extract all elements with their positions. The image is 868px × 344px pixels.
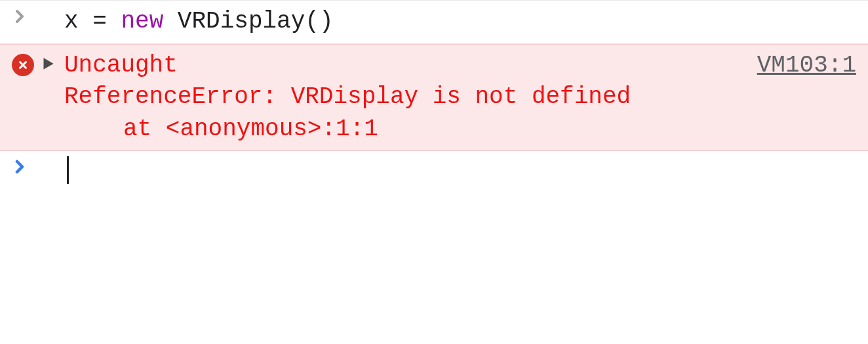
- error-stack: at <anonymous>:1:1: [64, 114, 856, 146]
- error-message: Uncaught ReferenceError: VRDisplay is no…: [64, 50, 757, 114]
- token-keyword-new: new: [121, 8, 163, 35]
- error-text: ReferenceError: VRDisplay is not defined: [64, 83, 631, 110]
- token-variable: x: [64, 8, 79, 35]
- error-icon: [12, 54, 34, 76]
- text-cursor: [67, 156, 69, 184]
- token-open-paren: (: [305, 8, 319, 35]
- command-content[interactable]: x = new VRDisplay(): [64, 6, 856, 38]
- svg-marker-2: [44, 58, 54, 69]
- expand-error-toggle[interactable]: [35, 50, 64, 72]
- error-icon-gutter: [12, 50, 35, 76]
- console-input[interactable]: [64, 156, 856, 184]
- error-content: Uncaught ReferenceError: VRDisplay is no…: [64, 50, 856, 146]
- console-command-row: x = new VRDisplay(): [0, 0, 868, 44]
- error-header: Uncaught ReferenceError: VRDisplay is no…: [64, 50, 856, 114]
- active-prompt-chevron-icon: [12, 156, 35, 175]
- stack-frame: at <anonymous>:1:1: [123, 116, 378, 142]
- code-line: x = new VRDisplay(): [64, 8, 334, 35]
- console-error-row: Uncaught ReferenceError: VRDisplay is no…: [0, 44, 868, 152]
- error-source-link[interactable]: VM103:1: [757, 50, 856, 82]
- error-prefix: Uncaught: [64, 52, 178, 79]
- prompt-chevron-icon: [12, 6, 35, 24]
- token-identifier: VRDisplay: [178, 8, 305, 35]
- devtools-console: x = new VRDisplay(): [0, 0, 868, 189]
- console-input-row[interactable]: [0, 151, 868, 189]
- token-close-paren: ): [319, 8, 334, 35]
- token-operator: =: [92, 8, 107, 35]
